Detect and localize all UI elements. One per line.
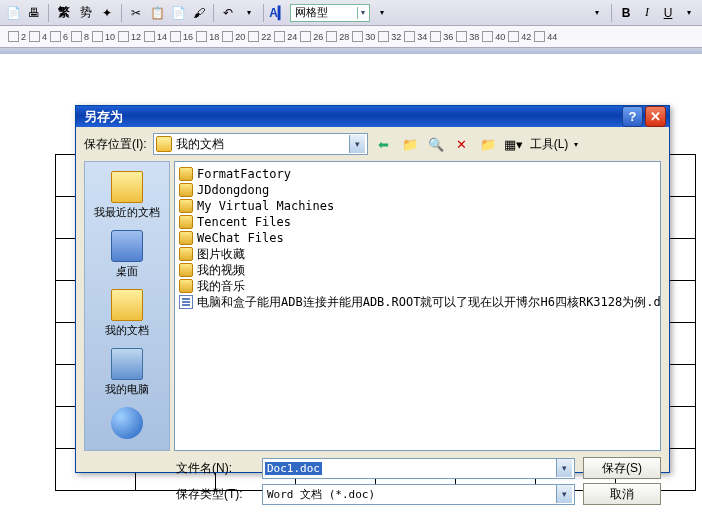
- folder-icon: [156, 136, 172, 152]
- ruler-mark: 24: [274, 31, 297, 42]
- location-row: 保存位置(I): 我的文档 ▾ ⬅ 📁 🔍 ✕ 📁 ▦▾ 工具(L) ▾: [84, 133, 661, 155]
- chevron-down-icon: ▾: [349, 135, 365, 153]
- folder-icon: [179, 199, 193, 213]
- ruler-mark: 18: [196, 31, 219, 42]
- up-icon[interactable]: 📁: [400, 134, 420, 154]
- folder-icon: [179, 167, 193, 181]
- chevron-down-icon: ▾: [357, 7, 367, 19]
- sidebar-item-label: 桌面: [116, 264, 138, 279]
- ruler-mark: 8: [71, 31, 89, 42]
- filename-value: Doc1.doc: [265, 462, 322, 475]
- sidebar-item-label: 我的电脑: [105, 382, 149, 397]
- ruler: 2468101214161820222426283032343638404244: [0, 26, 702, 48]
- filename-input[interactable]: Doc1.doc ▾: [262, 458, 575, 479]
- cut-icon[interactable]: ✂: [127, 4, 145, 22]
- file-name: WeChat Files: [197, 231, 284, 245]
- file-name: Tencent Files: [197, 215, 291, 229]
- chevron-down-icon[interactable]: ▾: [556, 459, 572, 477]
- search-icon[interactable]: 🔍: [426, 134, 446, 154]
- file-list-item[interactable]: Tencent Files: [179, 214, 656, 230]
- back-icon[interactable]: ⬅: [374, 134, 394, 154]
- filetype-label: 保存类型(T):: [176, 486, 254, 503]
- bold-button[interactable]: B: [617, 4, 635, 22]
- filetype-selector[interactable]: Word 文档 (*.doc) ▾: [262, 484, 575, 505]
- sidebar-item-mydocs[interactable]: 我的文档: [105, 286, 149, 341]
- folder-icon: [179, 279, 193, 293]
- file-list-item[interactable]: My Virtual Machines: [179, 198, 656, 214]
- main-toolbar: 📄 🖶 繁 势 ✦ ✂ 📋 📄 🖌 ↶ ▾ A▎ 网格型 ▾ ▾ ▾ B I U…: [0, 0, 702, 26]
- tools-label[interactable]: 工具(L): [530, 136, 569, 153]
- file-list-item[interactable]: 电脑和盒子能用ADB连接并能用ADB.ROOT就可以了现在以开博尔H6四核RK3…: [179, 294, 656, 310]
- traditional-button[interactable]: 繁: [54, 4, 74, 21]
- sidebar-item-mycomputer[interactable]: 我的电脑: [105, 345, 149, 400]
- help-button[interactable]: ?: [622, 106, 643, 127]
- format-painter-icon[interactable]: 🖌: [190, 4, 208, 22]
- save-as-dialog: 另存为 ? ✕ 保存位置(I): 我的文档 ▾ ⬅ 📁 🔍 ✕ 📁 ▦▾ 工具(…: [75, 105, 670, 473]
- location-selector[interactable]: 我的文档 ▾: [153, 133, 368, 155]
- file-name: 我的视频: [197, 262, 245, 279]
- undo-icon[interactable]: ↶: [219, 4, 237, 22]
- dropdown-icon[interactable]: ▾: [373, 4, 391, 22]
- ruler-mark: 36: [430, 31, 453, 42]
- sidebar-item-label: 我的文档: [105, 323, 149, 338]
- dialog-title: 另存为: [84, 108, 123, 126]
- dropdown-icon[interactable]: ▾: [680, 4, 698, 22]
- underline-button[interactable]: U: [659, 4, 677, 22]
- font-color-icon[interactable]: A▎: [269, 4, 287, 22]
- ruler-mark: 20: [222, 31, 245, 42]
- close-button[interactable]: ✕: [645, 106, 666, 127]
- chevron-down-icon[interactable]: ▾: [574, 140, 578, 149]
- dropdown-icon[interactable]: ▾: [240, 4, 258, 22]
- copy-icon[interactable]: 📋: [148, 4, 166, 22]
- ruler-mark: 28: [326, 31, 349, 42]
- ruler-mark: 10: [92, 31, 115, 42]
- ruler-mark: 34: [404, 31, 427, 42]
- ruler-mark: 4: [29, 31, 47, 42]
- toolbar-icon[interactable]: ✦: [98, 4, 116, 22]
- style-value: 网格型: [295, 6, 328, 18]
- toolbar-icon[interactable]: 势: [77, 4, 95, 22]
- sidebar-item-network[interactable]: [111, 404, 143, 444]
- file-name: 我的音乐: [197, 278, 245, 295]
- file-name: JDdongdong: [197, 183, 269, 197]
- style-selector[interactable]: 网格型 ▾: [290, 4, 370, 22]
- new-icon[interactable]: 📄: [4, 4, 22, 22]
- ruler-mark: 40: [482, 31, 505, 42]
- location-value: 我的文档: [176, 136, 349, 153]
- file-name: 图片收藏: [197, 246, 245, 263]
- location-label: 保存位置(I):: [84, 136, 147, 153]
- sidebar-item-recent[interactable]: 我最近的文档: [94, 168, 160, 223]
- folder-icon: [179, 183, 193, 197]
- ruler-mark: 26: [300, 31, 323, 42]
- filetype-value: Word 文档 (*.doc): [265, 487, 377, 502]
- file-list-item[interactable]: WeChat Files: [179, 230, 656, 246]
- file-list-item[interactable]: 我的视频: [179, 262, 656, 278]
- paste-icon[interactable]: 📄: [169, 4, 187, 22]
- new-folder-icon[interactable]: 📁: [478, 134, 498, 154]
- folder-icon: [179, 247, 193, 261]
- delete-icon[interactable]: ✕: [452, 134, 472, 154]
- print-icon[interactable]: 🖶: [25, 4, 43, 22]
- filename-label: 文件名(N):: [176, 460, 254, 477]
- views-icon[interactable]: ▦▾: [504, 134, 524, 154]
- file-list[interactable]: FormatFactoryJDdongdongMy Virtual Machin…: [174, 161, 661, 451]
- folder-icon: [179, 231, 193, 245]
- file-name: My Virtual Machines: [197, 199, 334, 213]
- recent-icon: [111, 171, 143, 203]
- italic-button[interactable]: I: [638, 4, 656, 22]
- file-list-item[interactable]: JDdongdong: [179, 182, 656, 198]
- file-list-item[interactable]: 我的音乐: [179, 278, 656, 294]
- cancel-button[interactable]: 取消: [583, 483, 661, 505]
- dialog-titlebar[interactable]: 另存为 ? ✕: [76, 106, 669, 127]
- network-icon: [111, 407, 143, 439]
- chevron-down-icon[interactable]: ▾: [556, 485, 572, 503]
- dropdown-icon[interactable]: ▾: [588, 4, 606, 22]
- ruler-mark: 44: [534, 31, 557, 42]
- places-sidebar: 我最近的文档桌面我的文档我的电脑: [84, 161, 170, 451]
- file-list-item[interactable]: FormatFactory: [179, 166, 656, 182]
- file-name: 电脑和盒子能用ADB连接并能用ADB.ROOT就可以了现在以开博尔H6四核RK3…: [197, 294, 661, 311]
- sidebar-item-desktop[interactable]: 桌面: [111, 227, 143, 282]
- ruler-mark: 14: [144, 31, 167, 42]
- file-list-item[interactable]: 图片收藏: [179, 246, 656, 262]
- save-button[interactable]: 保存(S): [583, 457, 661, 479]
